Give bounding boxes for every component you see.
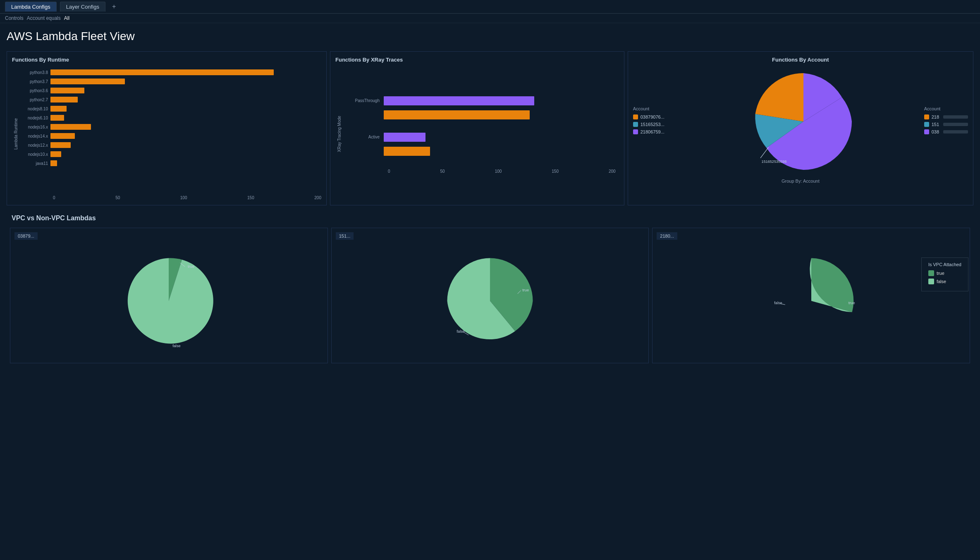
account-right-bar-218 [943,115,968,119]
account-legend-item-218: 21806759... [633,129,683,134]
runtime-bar-row: nodejs8.10 [22,104,321,113]
bar-label: python3.7 [22,79,50,84]
vpc-panels-row: 03879... true false 151... [5,224,975,367]
runtime-bar-row: nodejs14.x [22,131,321,141]
account-right-legend: Account 218 151 038 [924,106,968,137]
vpc-legend-item-true: true [928,270,961,276]
bar-label: nodejs12.x [22,143,50,148]
vpc-pie-218-svg: true false [764,253,859,348]
vpc-151-true-slice-1 [490,258,533,301]
account-pie-svg: 151652535598 [750,68,857,175]
xray-passthrough-group: PassThrough [347,95,616,121]
runtime-bar-row: python3.6 [22,86,321,95]
bar-track [50,160,321,166]
tab-lambda-configs[interactable]: Lambda Configs [5,2,57,12]
xray-passthrough-track2 [384,110,616,119]
account-right-dot-218 [924,114,929,119]
account-right-dot-151 [924,122,929,127]
bar-track [50,124,321,130]
account-chart-title: Functions By Account [772,57,829,63]
vpc-panel-038: 03879... true false [10,228,328,363]
xray-hbar-chart: XRay Tracing Mode PassThrough [335,68,619,200]
runtime-bar-row: python3.8 [22,68,321,77]
vpc-legend-label-true: true [937,271,944,276]
charts-row-1: Functions By Runtime Lambda Runtime pyth… [0,46,980,210]
xray-active-track2 [384,147,616,156]
runtime-x-axis: 0 50 100 150 200 [22,195,321,200]
bar-label: python3.8 [22,70,50,75]
bar-fill [50,124,91,130]
runtime-bar-row: nodejs16.x [22,122,321,131]
account-right-bar-038 [943,130,968,133]
bar-label: java11 [22,161,50,166]
runtime-bar-row: nodejs12.x [22,141,321,150]
account-right-legend-title: Account [924,106,968,111]
pie-callout-line [760,147,769,158]
account-legend-dot-218 [633,129,638,134]
vpc-218-false-label: false [774,301,782,305]
vpc-panel-151: 151... true false [331,228,649,363]
xray-active-purple: Active [347,131,616,143]
vpc-panel-title-151: 151... [336,232,354,240]
add-tab-button[interactable]: + [109,2,119,11]
xray-chart-title: Functions By XRay Traces [335,57,619,63]
vpc-legend-color-false [928,279,934,284]
bar-fill [50,106,67,112]
account-right-dot-038 [924,129,929,134]
vpc-pie-038-svg: true false [121,253,216,348]
account-right-label-151: 151 [932,122,939,127]
account-pie-with-legend: Account 03879076... 15165253... 21806759… [633,68,968,175]
vpc-218-true-slice [811,258,853,312]
account-right-item-038: 038 [924,129,968,134]
runtime-bar-row: python3.7 [22,77,321,86]
runtime-bars-container: python3.8 python3.7 python3.6 python2.7 … [22,68,321,168]
account-legend-text-218: 21806759... [641,129,664,134]
xray-active-bar-purple [384,133,425,142]
bar-fill [50,151,61,157]
bar-track [50,106,321,112]
account-legend-dot-151 [633,122,638,127]
bar-track [50,79,321,84]
controls-bar: Controls Account equals All [0,14,980,23]
account-right-item-151: 151 [924,122,968,127]
account-legend-item-038: 03879076... [633,114,683,119]
account-pie-container: 151652535598 [691,68,916,175]
bar-fill [50,88,84,93]
xray-x-axis: 0 50 100 150 200 [347,169,616,174]
runtime-bar-row: nodejs10.x [22,150,321,159]
runtime-bar-row: java11 [22,159,321,168]
account-group-by-label: Group By: Account [782,179,820,183]
pie-slice-purple-3 [803,122,852,170]
vpc-legend-box: Is VPC Attached true false [921,257,968,291]
account-right-label-218: 218 [932,114,939,119]
account-right-label-038: 038 [932,129,939,134]
vpc-151-false-label: false [457,329,465,334]
bar-label: python3.6 [22,88,50,93]
bar-fill [50,160,57,166]
xray-active-orange [347,145,616,157]
tab-layer-configs[interactable]: Layer Configs [60,2,105,12]
bar-fill [50,142,71,148]
vpc-pie-151-svg: true false [442,253,538,348]
bar-fill [50,133,75,139]
filter-value[interactable]: All [64,15,69,21]
xray-active-track [384,133,616,142]
vpc-panel-title-218: 2180... [657,232,677,240]
runtime-bar-row: python2.7 [22,95,321,104]
bar-track [50,97,321,102]
bar-track [50,69,321,75]
filter-label: Account equals [27,15,61,21]
page-title: AWS Lambda Fleet View [0,23,980,46]
bar-track [50,88,321,93]
top-bar: Lambda Configs Layer Configs + [0,0,980,14]
vpc-legend-label-false: false [937,279,946,284]
vpc-section: VPC vs Non-VPC Lambdas 03879... true fal… [0,210,980,367]
account-sub-legend-title: Account [633,106,683,111]
bar-track [50,142,321,148]
xray-passthrough-purple: PassThrough [347,95,616,107]
account-right-item-218: 218 [924,114,968,119]
runtime-bars: python3.8 python3.7 python3.6 python2.7 … [20,68,321,200]
vpc-151-false-slice-2 [447,258,490,301]
xray-passthrough-bar-purple [384,96,534,105]
xray-passthrough-label: PassThrough [347,98,384,103]
